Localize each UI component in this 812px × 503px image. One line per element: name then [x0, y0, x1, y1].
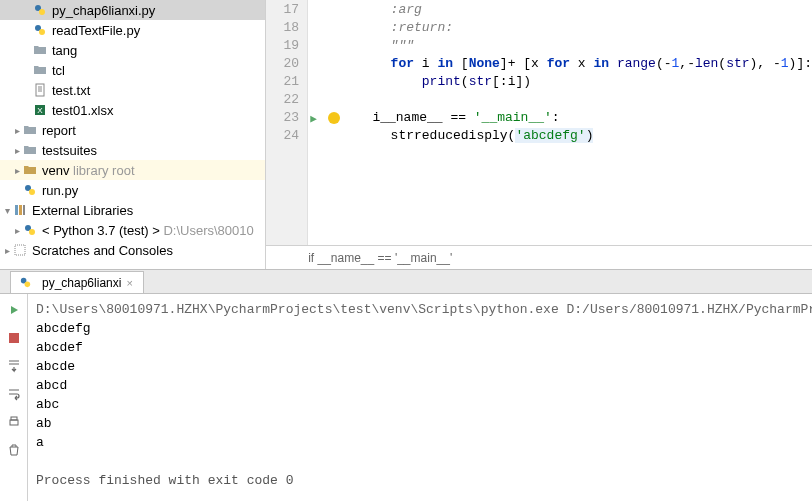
svg-rect-19: [11, 417, 17, 420]
expand-arrow[interactable]: ▸: [12, 165, 22, 176]
output-line: abcde: [36, 357, 804, 376]
scroll-button[interactable]: [4, 356, 24, 376]
svg-point-13: [29, 229, 35, 235]
exit-message: Process finished with exit code 0: [36, 471, 804, 490]
run-gutter-icon[interactable]: ▶: [310, 112, 317, 125]
folder-icon: [32, 42, 48, 58]
output-line: abc: [36, 395, 804, 414]
breadcrumb[interactable]: if __name__ == '__main__': [266, 245, 812, 269]
tree-item-external[interactable]: ▾ External Libraries: [0, 200, 265, 220]
tree-item[interactable]: ▸report: [0, 120, 265, 140]
python-icon: [17, 275, 33, 291]
line-number[interactable]: 24: [266, 127, 299, 145]
svg-point-16: [24, 282, 30, 288]
run-tab-bar: py_chap6lianxi ×: [0, 270, 812, 294]
tree-label: testsuites: [42, 143, 97, 158]
library-icon: [12, 202, 28, 218]
svg-rect-11: [23, 205, 25, 215]
tree-label: External Libraries: [32, 203, 133, 218]
line-number[interactable]: 20: [266, 55, 299, 73]
line-number[interactable]: 23: [266, 109, 299, 127]
python-icon: [22, 222, 38, 238]
tree-label: test01.xlsx: [52, 103, 113, 118]
line-number[interactable]: 19: [266, 37, 299, 55]
code-line[interactable]: for i in [None]+ [x for x in range(-1,-l…: [328, 55, 812, 73]
tree-item-python[interactable]: ▸ < Python 3.7 (test) > D:\Users\80010: [0, 220, 265, 240]
project-tree[interactable]: py_chap6lianxi.pyreadTextFile.pytangtclt…: [0, 0, 266, 269]
python-icon: [22, 182, 38, 198]
line-number[interactable]: 17: [266, 1, 299, 19]
folder-icon: [22, 122, 38, 138]
output-line: abcdefg: [36, 319, 804, 338]
tree-item[interactable]: tcl: [0, 60, 265, 80]
tree-item-runpy[interactable]: run.py: [0, 180, 265, 200]
wrap-button[interactable]: [4, 384, 24, 404]
line-gutter[interactable]: 1718192021222324: [266, 0, 308, 245]
expand-arrow[interactable]: ▸: [12, 125, 22, 136]
code-line[interactable]: i__name__ == '__main__':: [328, 109, 812, 127]
console-output[interactable]: D:\Users\80010971.HZHX\PycharmProjects\t…: [28, 294, 812, 501]
svg-point-3: [39, 29, 45, 35]
xlsx-icon: X: [32, 102, 48, 118]
output-line: abcd: [36, 376, 804, 395]
print-button[interactable]: [4, 412, 24, 432]
run-toolbar: [0, 294, 28, 501]
tree-item[interactable]: py_chap6lianxi.py: [0, 0, 265, 20]
svg-text:X: X: [37, 106, 43, 115]
code-area[interactable]: :arg :return: """ for i in [None]+ [x fo…: [324, 0, 812, 245]
code-line[interactable]: :arg: [328, 1, 812, 19]
run-tool-window: py_chap6lianxi × D:\Users\80010971.HZHX\…: [0, 269, 812, 501]
line-number[interactable]: 18: [266, 19, 299, 37]
svg-rect-9: [15, 205, 18, 215]
svg-point-1: [39, 9, 45, 15]
code-line[interactable]: print(str[:i]): [328, 73, 812, 91]
tree-item[interactable]: ▸testsuites: [0, 140, 265, 160]
svg-rect-4: [36, 84, 44, 96]
tree-label: py_chap6lianxi.py: [52, 3, 155, 18]
tree-item[interactable]: Xtest01.xlsx: [0, 100, 265, 120]
python-icon: [32, 22, 48, 38]
stop-button[interactable]: [4, 328, 24, 348]
txt-icon: [32, 82, 48, 98]
tree-item[interactable]: readTextFile.py: [0, 20, 265, 40]
run-tab[interactable]: py_chap6lianxi ×: [10, 271, 144, 293]
svg-rect-10: [19, 205, 22, 215]
tree-label: Scratches and Consoles: [32, 243, 173, 258]
gutter-markers: ▶: [308, 0, 324, 245]
tree-item-scratches[interactable]: ▸ Scratches and Consoles: [0, 240, 265, 260]
line-number[interactable]: 22: [266, 91, 299, 109]
svg-rect-14: [15, 245, 25, 255]
folder-icon: [22, 162, 38, 178]
output-line: abcdef: [36, 338, 804, 357]
expand-arrow[interactable]: ▸: [2, 245, 12, 256]
tree-item[interactable]: test.txt: [0, 80, 265, 100]
tree-label: run.py: [42, 183, 78, 198]
tree-label: tang: [52, 43, 77, 58]
tree-label: readTextFile.py: [52, 23, 140, 38]
tree-label: venv library root: [42, 163, 135, 178]
rerun-button[interactable]: [4, 300, 24, 320]
folder-icon: [32, 62, 48, 78]
code-line[interactable]: :return:: [328, 19, 812, 37]
expand-arrow[interactable]: ▸: [12, 145, 22, 156]
intention-bulb-icon[interactable]: [328, 112, 340, 124]
tree-label: test.txt: [52, 83, 90, 98]
expand-arrow[interactable]: ▸: [12, 225, 22, 236]
close-icon[interactable]: ×: [126, 277, 132, 289]
code-line[interactable]: [328, 91, 812, 109]
svg-rect-18: [10, 420, 18, 425]
tree-item-venv[interactable]: ▸ venv library root: [0, 160, 265, 180]
collapse-arrow[interactable]: ▾: [2, 205, 12, 216]
code-line[interactable]: """: [328, 37, 812, 55]
code-line[interactable]: strreducedisply('abcdefg'): [328, 127, 812, 145]
delete-button[interactable]: [4, 440, 24, 460]
tree-item[interactable]: tang: [0, 40, 265, 60]
output-line: ab: [36, 414, 804, 433]
command-line: D:\Users\80010971.HZHX\PycharmProjects\t…: [36, 300, 804, 319]
code-editor[interactable]: 1718192021222324 ▶ :arg :return: """ for…: [266, 0, 812, 269]
python-icon: [32, 2, 48, 18]
folder-icon: [22, 142, 38, 158]
tree-label: tcl: [52, 63, 65, 78]
run-tab-label: py_chap6lianxi: [42, 276, 121, 290]
line-number[interactable]: 21: [266, 73, 299, 91]
